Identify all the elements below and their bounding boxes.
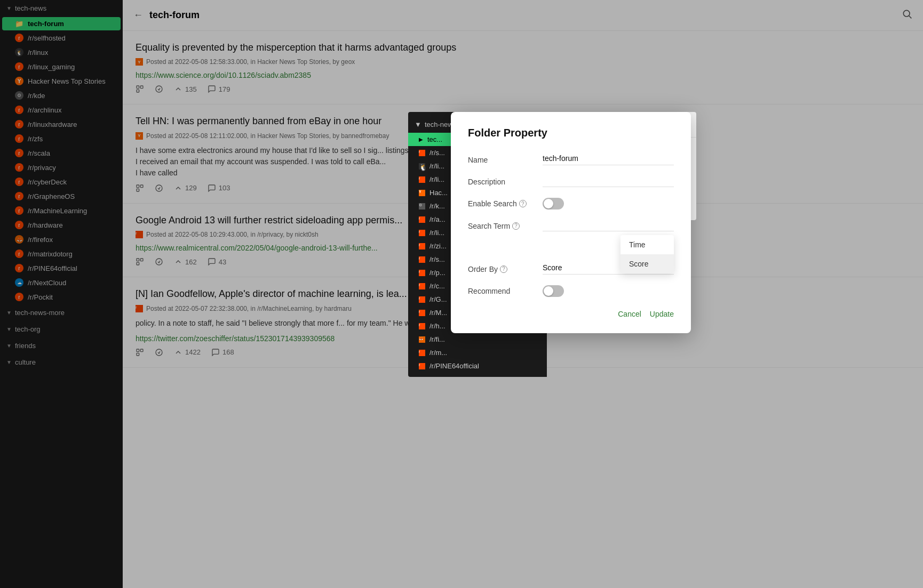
modal-field-name: Name	[468, 154, 674, 165]
modal-label-name: Name	[468, 156, 543, 164]
reddit-icon: r	[419, 283, 425, 289]
modal-label-recommend: Recommend	[468, 287, 543, 295]
sidebar2-item-label: /r/a...	[429, 215, 445, 223]
reddit-icon: r	[419, 363, 425, 369]
sidebar2-item[interactable]: 🦊/r/fi...	[408, 333, 547, 346]
modal-field-search-term: Search Term ? Time Score	[468, 220, 674, 231]
modal-label-search-term: Search Term ?	[468, 222, 543, 230]
cancel-button[interactable]: Cancel	[618, 310, 641, 318]
description-input[interactable]	[543, 176, 674, 187]
help-icon-enable-search[interactable]: ?	[519, 200, 527, 207]
sidebar2-item-label: /r/zi...	[429, 242, 447, 250]
modal-field-recommend: Recommend	[468, 285, 674, 297]
modal-field-description: Description	[468, 176, 674, 187]
sidebar2-item-label: /r/c...	[429, 282, 445, 290]
firefox-icon: 🦊	[419, 336, 425, 343]
chevron-right-icon: ▶	[419, 136, 423, 142]
modal-field-enable-search: Enable Search ?	[468, 198, 674, 210]
sidebar2-item-label: Hac...	[429, 189, 448, 197]
recommend-toggle[interactable]	[543, 285, 564, 297]
sidebar2-item-label: /r/li...	[429, 162, 444, 170]
reddit-icon: r	[419, 323, 425, 329]
linux-icon: 🐧	[419, 163, 425, 170]
update-button[interactable]: Update	[650, 310, 674, 318]
modal-footer: Cancel Update	[468, 310, 674, 318]
sidebar2-item-label: /r/s...	[429, 149, 445, 157]
help-icon-order-by[interactable]: ?	[500, 265, 507, 273]
search-term-input[interactable]	[543, 220, 674, 231]
reddit-icon: r	[419, 230, 425, 236]
sidebar2-item-label: /r/s...	[429, 255, 445, 263]
sidebar2-item[interactable]: r/r/m...	[408, 346, 547, 359]
reddit-icon: r	[419, 150, 425, 156]
help-icon-search-term[interactable]: ?	[512, 222, 520, 230]
dropdown-option-score[interactable]: Score	[620, 254, 674, 273]
reddit-icon: r	[419, 270, 425, 276]
sidebar2-item-label: /r/h...	[429, 322, 445, 330]
sidebar2-item-label: /r/PINE64official	[429, 362, 479, 370]
enable-search-toggle[interactable]	[543, 198, 564, 210]
name-input[interactable]	[543, 154, 674, 165]
chevron-down-icon: ▼	[415, 120, 421, 128]
reddit-icon: r	[419, 243, 425, 249]
sidebar2-item-label: tec...	[427, 135, 442, 143]
toggle-knob	[544, 199, 553, 208]
modal-label-enable-search: Enable Search ?	[468, 199, 543, 208]
modal-title: Folder Property	[468, 127, 674, 139]
sidebar2-item-label: /r/fi...	[429, 335, 445, 343]
reddit-icon: r	[419, 350, 425, 356]
modal-label-description: Description	[468, 178, 543, 186]
dropdown-option-time[interactable]: Time	[620, 235, 674, 254]
sidebar2-item-label: /r/M...	[429, 309, 447, 317]
sidebar2-item-label: /r/k...	[429, 202, 445, 210]
folder-property-modal: Folder Property Name Description Enable …	[451, 112, 691, 333]
reddit-icon: r	[419, 176, 425, 183]
sidebar2-item-label: /r/G...	[429, 295, 447, 303]
modal-label-order-by: Order By ?	[468, 265, 543, 273]
gear-icon: ⚙	[419, 203, 425, 210]
reddit-icon: r	[419, 296, 425, 303]
toggle-knob	[544, 286, 553, 296]
order-by-dropdown-menu: Time Score	[620, 235, 674, 273]
reddit-icon: r	[419, 256, 425, 263]
sidebar2-item-label: /r/m...	[429, 349, 447, 357]
sidebar2-item-label: /r/p...	[429, 269, 445, 277]
sidebar2-item-label: /r/li...	[429, 175, 444, 183]
hn-icon: Y	[419, 190, 425, 196]
sidebar2-item-label: /r/li...	[429, 229, 444, 237]
sidebar2-item[interactable]: r/r/PINE64official	[408, 359, 547, 373]
reddit-icon: r	[419, 216, 425, 223]
reddit-icon: r	[419, 310, 425, 316]
